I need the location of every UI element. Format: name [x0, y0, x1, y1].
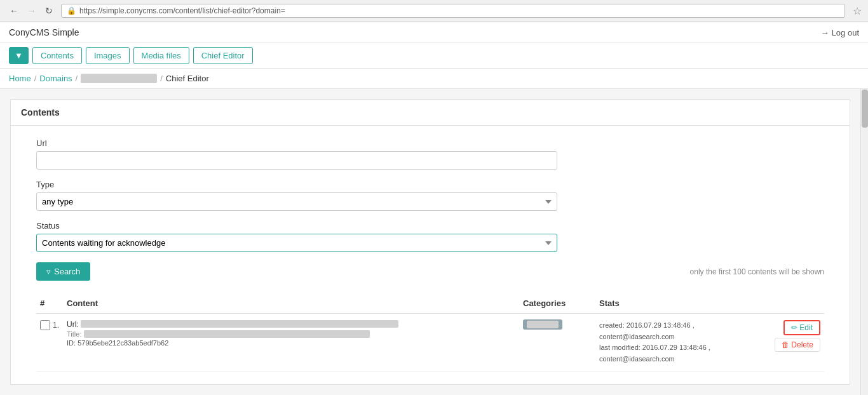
delete-button[interactable]: 🗑 Delete [775, 338, 820, 352]
col-header-content: Content [63, 293, 519, 314]
refresh-button[interactable]: ↻ [42, 4, 56, 17]
filter-icon: ▿ [46, 267, 51, 276]
col-header-actions [761, 293, 824, 314]
dropdown-icon: ▼ [15, 51, 23, 60]
row-id-line: ID: 579b5ebe212c83ab5edf7b62 [67, 339, 515, 347]
url-input[interactable] [36, 151, 557, 170]
results-table: # Content Categories Stats [36, 293, 824, 372]
breadcrumb-current: Chief Editor [166, 74, 209, 83]
edit-button[interactable]: ✏ Edit [783, 320, 820, 335]
breadcrumb-sep-1: / [34, 74, 37, 83]
contents-panel: Contents Url Type any type Status Conten… [10, 99, 850, 385]
panel-header: Contents [11, 100, 850, 126]
nav-chief-editor-button[interactable]: Chief Editor [193, 47, 253, 64]
table-header-row: # Content Categories Stats [36, 293, 824, 314]
bookmark-button[interactable]: ☆ [853, 5, 862, 17]
category-value [527, 321, 559, 328]
delete-icon: 🗑 [782, 340, 789, 349]
browser-nav-buttons: ← → ↻ [6, 4, 56, 17]
row-title-line: Title: [67, 330, 512, 338]
delete-label: Delete [791, 340, 813, 349]
row-checkbox[interactable] [40, 320, 50, 330]
page-layout: Contents Url Type any type Status Conten… [0, 89, 868, 395]
type-select[interactable]: any type [36, 192, 557, 211]
breadcrumb-domain [81, 74, 157, 83]
search-label: Search [54, 267, 80, 276]
id-field-label: ID: [67, 339, 76, 347]
search-hint: only the first 100 contents will be show… [690, 267, 824, 276]
logout-icon: → [821, 28, 829, 37]
app-header: ConyCMS Simple → Log out [0, 22, 868, 43]
type-label: Type [36, 180, 824, 189]
scrollbar[interactable] [860, 89, 868, 395]
edit-icon: ✏ [791, 323, 797, 332]
dropdown-button[interactable]: ▼ [9, 47, 29, 64]
url-text: https://simple.conycms.com/content/list/… [79, 6, 285, 15]
table-row: 1. Url: Title: [36, 314, 824, 372]
main-content: Contents Url Type any type Status Conten… [0, 89, 860, 395]
forward-button[interactable]: → [24, 4, 39, 17]
breadcrumb-home[interactable]: Home [9, 74, 31, 83]
stats-created: created: 2016.07.29 13:48:46 , content@i… [599, 320, 757, 342]
col-header-stats: Stats [595, 293, 761, 314]
url-label: Url [36, 138, 824, 148]
col-header-hash: # [36, 293, 63, 314]
url-form-group: Url [36, 138, 824, 170]
action-buttons: ✏ Edit 🗑 Delete [764, 320, 820, 352]
row-categories-cell [519, 314, 595, 372]
stats-modified-email: content@idasearch.com [599, 355, 675, 363]
browser-chrome: ← → ↻ 🔒 https://simple.conycms.com/conte… [0, 0, 868, 22]
row-stats-cell: created: 2016.07.29 13:48:46 , content@i… [595, 314, 761, 372]
breadcrumb: Home / Domains / / Chief Editor [0, 69, 868, 89]
breadcrumb-sep-2: / [76, 74, 78, 83]
row-title-value [84, 330, 370, 338]
logout-label: Log out [832, 28, 859, 37]
row-url-value [81, 320, 398, 328]
row-check-cell: 1. [36, 314, 63, 372]
nav-images-button[interactable]: Images [86, 47, 130, 64]
stats-created-text: created: 2016.07.29 13:48:46 , [599, 321, 695, 329]
breadcrumb-sep-3: / [160, 74, 163, 83]
type-form-group: Type any type [36, 180, 824, 211]
nav-media-files-button[interactable]: Media files [133, 47, 189, 64]
stats-modified: last modified: 2016.07.29 13:48:46 , con… [599, 342, 757, 365]
search-row: ▿ Search only the first 100 contents wil… [36, 262, 824, 281]
scrollbar-thumb[interactable] [862, 90, 868, 128]
status-select[interactable]: Contents waiting for acknowledgePublishe… [36, 234, 557, 252]
row-content-cell: Url: Title: ID: 579b5ebe212c83ab5edf7b [63, 314, 519, 372]
row-url-line: Url: [67, 320, 515, 329]
status-form-group: Status Contents waiting for acknowledgeP… [36, 221, 824, 252]
url-bar[interactable]: 🔒 https://simple.conycms.com/content/lis… [61, 4, 845, 18]
panel-title: Contents [21, 107, 60, 117]
lock-icon: 🔒 [67, 6, 76, 15]
nav-bar: ▼ Contents Images Media files Chief Edit… [0, 43, 868, 69]
row-actions-cell: ✏ Edit 🗑 Delete [761, 314, 824, 372]
stats-created-email: content@idasearch.com [599, 333, 675, 340]
status-label: Status [36, 221, 824, 231]
breadcrumb-domains[interactable]: Domains [39, 74, 72, 83]
category-badge [523, 319, 562, 330]
panel-body: Url Type any type Status Contents waitin… [11, 126, 850, 384]
app-title: ConyCMS Simple [9, 27, 79, 37]
search-button[interactable]: ▿ Search [36, 262, 90, 281]
table-header: # Content Categories Stats [36, 293, 824, 314]
title-field-label: Title: [67, 330, 81, 338]
logout-link[interactable]: → Log out [821, 28, 859, 37]
stats-modified-text: last modified: 2016.07.29 13:48:46 , [599, 344, 710, 351]
nav-contents-button[interactable]: Contents [32, 47, 82, 64]
row-id-value: 579b5ebe212c83ab5edf7b62 [78, 339, 168, 347]
table-body: 1. Url: Title: [36, 314, 824, 372]
url-field-label: Url: [67, 320, 79, 329]
row-number: 1. [53, 321, 59, 330]
edit-label: Edit [799, 323, 813, 332]
back-button[interactable]: ← [6, 4, 22, 17]
col-header-categories: Categories [519, 293, 595, 314]
